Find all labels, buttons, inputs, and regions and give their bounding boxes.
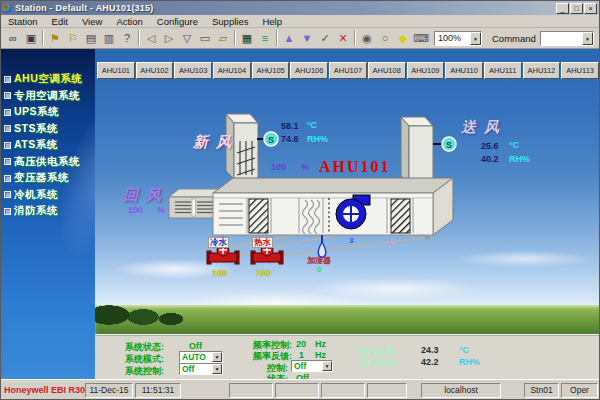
- statusbar-user: Oper: [561, 383, 598, 398]
- sidebar: AHU空调系统 专用空调系统 UPS系统 STS系统: [1, 49, 95, 379]
- tab-ahu109[interactable]: AHU109: [407, 62, 445, 79]
- tab-ahu112[interactable]: AHU112: [523, 62, 561, 79]
- dropdown-arrow-icon[interactable]: ▼: [212, 364, 222, 374]
- page-up-arrow-icon[interactable]: ▲: [280, 30, 298, 46]
- help-page-icon[interactable]: ?: [118, 30, 136, 46]
- page-back-icon[interactable]: ◁: [142, 30, 160, 46]
- brand-label: Honeywell EBI R300.1: [4, 385, 98, 395]
- tab-ahu113[interactable]: AHU113: [561, 62, 599, 79]
- tab-ahu108[interactable]: AHU108: [368, 62, 406, 79]
- toolbar-separator: [354, 30, 356, 46]
- event-summary-icon[interactable]: ▥: [100, 30, 118, 46]
- menubar: StationEditViewActionConfigureSuppliesHe…: [1, 15, 599, 28]
- expand-box-icon: [4, 175, 11, 182]
- dropdown-arrow-icon[interactable]: ▼: [470, 32, 481, 45]
- expand-box-icon: [4, 109, 11, 116]
- supply-air-temp-unit: °C: [509, 140, 519, 150]
- menu-item-supplies[interactable]: Supplies: [205, 16, 255, 27]
- return-damper-unit: %: [157, 205, 165, 215]
- menu-item-action[interactable]: Action: [109, 16, 149, 27]
- fan-control-select[interactable]: Off ▼: [291, 360, 333, 372]
- return-damper-value: 100: [128, 205, 143, 215]
- print-icon[interactable]: ▭: [196, 30, 214, 46]
- tab-ahu107[interactable]: AHU107: [329, 62, 367, 79]
- minimize-button[interactable]: _: [556, 3, 569, 14]
- alarm-ack-icon[interactable]: ⚐: [64, 30, 82, 46]
- hot-valve-value: 100: [256, 268, 271, 278]
- svg-text:S: S: [446, 140, 452, 150]
- sidebar-item[interactable]: 专用空调系统: [1, 90, 95, 102]
- return-temp-unit: °C: [459, 345, 469, 355]
- dropdown-arrow-icon[interactable]: ▼: [582, 32, 593, 45]
- display-icon[interactable]: ▦: [238, 30, 256, 46]
- toolbar-separator: [42, 30, 44, 46]
- sidebar-item[interactable]: 高压供电系统: [1, 156, 95, 168]
- workspace-icon[interactable]: ▣: [22, 30, 40, 46]
- expand-box-icon: [4, 76, 11, 83]
- tab-ahu105[interactable]: AHU105: [252, 62, 290, 79]
- find-icon[interactable]: ∞: [4, 30, 22, 46]
- expand-box-icon: [4, 158, 11, 165]
- fresh-air-rh-unit: RH%: [307, 134, 328, 144]
- unit-leg: [425, 235, 430, 239]
- alarm-summary-icon[interactable]: ⚑: [46, 30, 64, 46]
- trend-icon[interactable]: ≡: [256, 30, 274, 46]
- menu-item-help[interactable]: Help: [255, 16, 289, 27]
- command-label: Command: [492, 33, 536, 44]
- sidebar-item[interactable]: ATS系统: [1, 139, 95, 151]
- supply-air-sensor-icon[interactable]: S: [433, 137, 456, 151]
- snapshot-icon[interactable]: ▱: [214, 30, 232, 46]
- cancel-icon[interactable]: ✕: [334, 30, 352, 46]
- fresh-air-label: 新风: [193, 133, 239, 152]
- zoom-level-value: 100%: [435, 33, 470, 43]
- tab-ahu101[interactable]: AHU101: [97, 62, 135, 79]
- sidebar-item[interactable]: AHU空调系统: [1, 73, 95, 85]
- tab-ahu111[interactable]: AHU111: [484, 62, 522, 79]
- tab-ahu104[interactable]: AHU104: [213, 62, 251, 79]
- fresh-air-sensor-icon[interactable]: S: [257, 132, 278, 146]
- point-detail-icon[interactable]: ▤: [82, 30, 100, 46]
- close-button[interactable]: ×: [584, 3, 597, 14]
- supply-air-rh-unit: RH%: [509, 154, 530, 164]
- accept-icon[interactable]: ✓: [316, 30, 334, 46]
- menu-item-view[interactable]: View: [75, 16, 109, 27]
- command-input[interactable]: ▼: [540, 31, 594, 46]
- menu-item-station[interactable]: Station: [1, 16, 45, 27]
- statusbar-cell-empty: [367, 383, 407, 398]
- system-control-label: 系统控制:: [125, 365, 164, 378]
- sidebar-item[interactable]: 消防系统: [1, 205, 95, 217]
- statusbar-cell-empty: [321, 383, 365, 398]
- menu-item-edit[interactable]: Edit: [45, 16, 75, 27]
- locate-icon[interactable]: ◆: [394, 30, 412, 46]
- tab-ahu106[interactable]: AHU106: [290, 62, 328, 79]
- console-icon[interactable]: ⌨: [412, 30, 430, 46]
- zoom-icon[interactable]: ○: [376, 30, 394, 46]
- fresh-air-rh-value: 74.6: [281, 134, 299, 144]
- expand-box-icon: [4, 142, 11, 149]
- sidebar-item[interactable]: UPS系统: [1, 106, 95, 118]
- freq-control-unit: Hz: [315, 339, 326, 349]
- page-down-arrow-icon[interactable]: ▼: [298, 30, 316, 46]
- menu-item-configure[interactable]: Configure: [150, 16, 205, 27]
- system-mode-select[interactable]: AUTO ▼: [179, 351, 223, 363]
- maximize-button[interactable]: □: [570, 3, 583, 14]
- supply-air-tower: [401, 117, 433, 184]
- sidebar-item[interactable]: 冷机系统: [1, 189, 95, 201]
- page-recall-icon[interactable]: ▽: [178, 30, 196, 46]
- supply-air-rh-value: 40.2: [481, 154, 499, 164]
- page-forward-icon[interactable]: ▷: [160, 30, 178, 46]
- return-temp-value: 24.3: [421, 345, 439, 355]
- zoom-level-select[interactable]: 100% ▼: [434, 31, 482, 46]
- tab-ahu103[interactable]: AHU103: [174, 62, 212, 79]
- tab-ahu110[interactable]: AHU110: [445, 62, 483, 79]
- dropdown-arrow-icon[interactable]: ▼: [322, 361, 332, 371]
- chilled-water-label: 冷水: [208, 237, 229, 248]
- tab-ahu102[interactable]: AHU102: [136, 62, 174, 79]
- return-rh-unit: RH%: [459, 357, 480, 367]
- sidebar-item[interactable]: 变压器系统: [1, 172, 95, 184]
- station-window: Station - Default - AHU101(315) _ □ × St…: [0, 0, 600, 400]
- zoom-select-icon[interactable]: ◉: [358, 30, 376, 46]
- sidebar-item[interactable]: STS系统: [1, 123, 95, 135]
- system-control-select[interactable]: Off ▼: [179, 363, 223, 375]
- dropdown-arrow-icon[interactable]: ▼: [212, 352, 222, 362]
